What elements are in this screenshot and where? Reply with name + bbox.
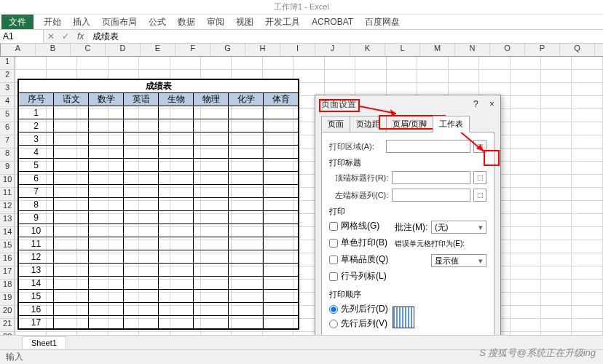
over-down-radio[interactable] [329,320,338,328]
table-cell[interactable] [159,211,194,224]
table-cell[interactable]: 12 [19,250,54,264]
table-cell[interactable]: 9 [19,211,54,224]
tab-layout[interactable]: 页面布局 [100,16,138,28]
cell[interactable] [541,188,572,201]
table-cell[interactable] [124,159,159,172]
row-header[interactable]: 17 [0,266,15,280]
table-cell[interactable] [124,277,159,290]
name-box[interactable]: A1 [0,30,44,43]
tab-home[interactable]: 开始 [42,16,63,28]
table-cell[interactable] [264,106,299,119]
cell[interactable] [572,109,602,122]
table-cell[interactable] [264,264,299,277]
table-cell[interactable] [54,316,89,329]
table-cell[interactable] [89,303,124,316]
cell[interactable] [541,70,572,83]
table-cell[interactable] [124,146,159,159]
cell[interactable] [511,175,541,188]
cell[interactable] [387,57,417,70]
table-cell[interactable] [194,290,229,303]
tab-acrobat[interactable]: ACROBAT [310,17,355,27]
cell[interactable] [541,122,572,135]
table-cell[interactable] [264,250,299,264]
table-cell[interactable] [89,237,124,250]
table-cell[interactable] [264,172,299,185]
cell[interactable] [541,306,572,319]
table-cell[interactable] [229,264,264,277]
sheet-tab[interactable]: Sheet1 [22,336,66,349]
row-header[interactable]: 2 [0,70,15,83]
cell[interactable] [325,57,355,70]
table-cell[interactable] [194,132,229,146]
comments-combo[interactable]: (无) [431,221,486,234]
range-picker-icon[interactable]: ⬚ [473,140,486,153]
table-cell[interactable] [229,172,264,185]
table-cell[interactable] [229,132,264,146]
cell[interactable] [387,70,417,83]
table-cell[interactable] [159,250,194,264]
dlg-tab-sheet[interactable]: 工作表 [433,116,470,132]
table-cell[interactable] [229,316,264,329]
table-cell[interactable]: 16 [19,303,54,316]
cell[interactable] [511,280,541,293]
cell[interactable] [572,188,602,201]
table-cell[interactable] [229,211,264,224]
cell[interactable] [511,240,541,253]
table-cell[interactable]: 5 [19,159,54,172]
row-header[interactable]: 8 [0,149,15,162]
table-cell[interactable] [54,172,89,185]
table-cell[interactable] [89,146,124,159]
cell[interactable] [355,57,386,70]
col-header[interactable]: B [36,44,71,57]
cell[interactable] [355,70,386,83]
table-cell[interactable] [124,185,159,198]
draft-check[interactable] [329,256,338,264]
table-cell[interactable] [89,316,124,329]
cell[interactable] [541,109,572,122]
table-cell[interactable] [264,132,299,146]
cell[interactable] [572,319,602,332]
dlg-tab-page[interactable]: 页面 [321,116,350,132]
table-cell[interactable] [54,290,89,303]
table-cell[interactable] [194,185,229,198]
table-cell[interactable] [264,146,299,159]
table-cell[interactable]: 14 [19,277,54,290]
table-cell[interactable] [159,290,194,303]
cell[interactable] [511,188,541,201]
fx-icon[interactable]: fx [73,31,88,41]
cell[interactable] [541,227,572,240]
cell[interactable] [541,162,572,175]
cell[interactable] [232,57,262,70]
cell[interactable] [572,96,602,109]
table-cell[interactable] [89,211,124,224]
table-cell[interactable]: 7 [19,185,54,198]
cell[interactable] [541,135,572,149]
cell[interactable] [263,57,293,70]
cell[interactable] [170,57,201,70]
row-header[interactable]: 19 [0,293,15,306]
errors-combo[interactable]: 显示值 [431,254,486,267]
help-button[interactable]: ? [473,99,478,109]
cell[interactable] [511,293,541,306]
cell[interactable] [572,135,602,149]
table-cell[interactable] [194,146,229,159]
table-cell[interactable] [159,106,194,119]
cell[interactable] [511,149,541,162]
table-cell[interactable]: 2 [19,119,54,132]
cell[interactable] [449,70,479,83]
cell[interactable] [572,149,602,162]
close-icon[interactable]: × [489,99,494,109]
row-header[interactable]: 16 [0,253,15,266]
table-cell[interactable] [89,185,124,198]
table-cell[interactable] [194,224,229,237]
cell[interactable] [47,57,77,70]
table-cell[interactable] [159,132,194,146]
col-header[interactable]: I [280,44,315,57]
table-cell[interactable] [264,237,299,250]
dlg-tab-headerfooter[interactable]: 页眉/页脚 [386,116,433,132]
table-cell[interactable] [229,119,264,132]
col-header[interactable]: E [141,44,176,57]
table-cell[interactable]: 3 [19,132,54,146]
range-picker-icon[interactable]: ⬚ [473,171,486,184]
table-cell[interactable] [229,224,264,237]
